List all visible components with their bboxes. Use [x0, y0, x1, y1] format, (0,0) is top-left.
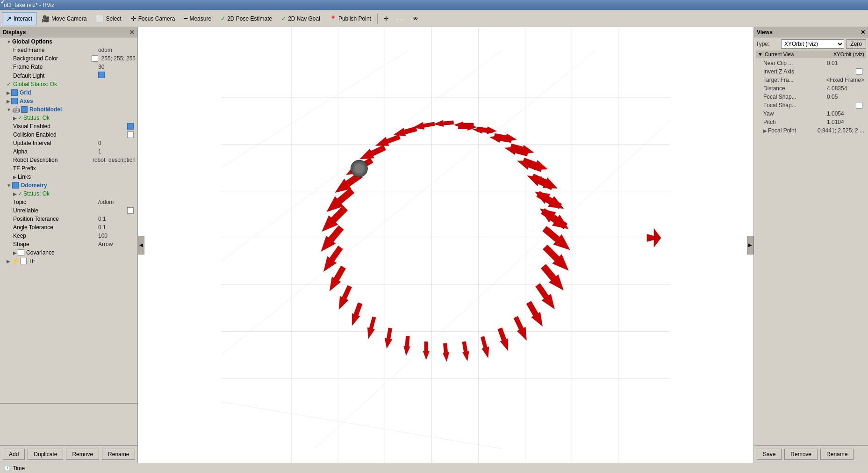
position-tolerance-row[interactable]: Position Tolerance 0.1 — [0, 215, 137, 223]
unreliable-checkbox[interactable] — [127, 207, 134, 214]
expand-arrow-links: ▶ — [13, 175, 17, 180]
svg-rect-58 — [443, 343, 448, 353]
odometry-row[interactable]: ▼ Odometry — [0, 181, 137, 189]
views-zero-button[interactable]: Zero — [846, 39, 866, 49]
expand-arrow-robot-status: ▶ — [13, 116, 17, 121]
remove-display-button[interactable]: Remove — [66, 449, 99, 460]
odometry-checkbox[interactable] — [12, 182, 19, 189]
views-save-button[interactable]: Save — [757, 449, 782, 460]
focal-shape2-row[interactable]: Focal Shap... — [756, 101, 866, 109]
measure-button[interactable]: ━ Measure — [180, 12, 215, 25]
select-icon: ⬜ — [96, 15, 104, 22]
tf-prefix-row[interactable]: TF Prefix — [0, 164, 137, 173]
expand-arrow-robot: ▼ — [7, 107, 11, 112]
axes-checkbox[interactable] — [11, 98, 18, 104]
collapse-left-handle[interactable]: ◀ — [138, 236, 144, 255]
angle-tolerance-row[interactable]: Angle Tolerance 0.1 — [0, 223, 137, 232]
robotmodel-checkbox[interactable] — [21, 106, 28, 113]
views-section-current[interactable]: ▼ Current View XYOrbit (rviz) — [756, 51, 866, 58]
tf-row[interactable]: ▶ ⚡ TF — [0, 257, 137, 265]
visual-enabled-checkbox[interactable] — [127, 123, 134, 130]
covariance-checkbox[interactable] — [18, 249, 24, 256]
frame-rate-row[interactable]: Frame Rate 30 — [0, 63, 137, 71]
move-camera-icon: 🎥 — [42, 15, 50, 22]
move-camera-button[interactable]: 🎥 Move Camera — [37, 12, 91, 25]
views-type-select[interactable]: XYOrbit (rviz) — [781, 39, 844, 49]
collapse-right-handle[interactable]: ▶ — [747, 236, 753, 255]
default-light-checkbox[interactable] — [98, 72, 105, 78]
fixed-frame-row[interactable]: Fixed Frame odom — [0, 46, 137, 54]
default-light-row[interactable]: Default Light — [0, 71, 137, 80]
displays-title: Displays — [3, 29, 26, 36]
minus-button[interactable]: — — [394, 12, 408, 25]
collision-enabled-checkbox[interactable] — [127, 131, 134, 138]
shape-row[interactable]: Shape Arrow — [0, 240, 137, 248]
views-header: Views ✕ — [754, 27, 868, 37]
grid-checkbox[interactable] — [11, 89, 18, 96]
right-panel: Views ✕ Type: XYOrbit (rviz) Zero ▼ Curr… — [753, 27, 868, 463]
near-clip-row[interactable]: Near Clip ... 0.01 — [756, 59, 866, 67]
unreliable-row[interactable]: Unreliable — [0, 206, 137, 215]
interact-button[interactable]: ↗ Interact — [2, 12, 36, 25]
covariance-row[interactable]: ▶ Covariance — [0, 248, 137, 257]
left-panel: Displays ✕ ▼ Global Options Fixed Frame … — [0, 27, 138, 463]
pose-estimate-icon: ✓ — [221, 15, 225, 22]
svg-rect-0 — [221, 27, 670, 463]
alpha-row[interactable]: Alpha 1 — [0, 147, 137, 156]
pose-estimate-button[interactable]: ✓ 2D Pose Estimate — [216, 12, 276, 25]
publish-point-icon: 📍 — [330, 15, 337, 22]
odom-topic-row[interactable]: Topic /odom — [0, 198, 137, 206]
focal-shape1-row[interactable]: Focal Shap... 0.05 — [756, 93, 866, 101]
select-button[interactable]: ⬜ Select — [92, 12, 125, 25]
robotmodel-row[interactable]: ▼ 🤖 RobotModel — [0, 105, 137, 114]
tf-checkbox[interactable] — [20, 258, 27, 264]
measure-icon: ━ — [184, 15, 187, 22]
robot-status-row[interactable]: ▶ ✓ Status: Ok — [0, 114, 137, 122]
crosshair-button[interactable]: ✛ — [380, 12, 393, 25]
axes-row[interactable]: ▶ Axes — [0, 97, 137, 105]
displays-header: Displays ✕ — [0, 27, 137, 37]
links-row[interactable]: ▶ Links — [0, 173, 137, 181]
background-color-swatch[interactable] — [92, 55, 98, 62]
invert-z-row[interactable]: Invert Z Axis — [756, 67, 866, 76]
statusbar: 🕐 Time — [0, 463, 868, 473]
global-options-row[interactable]: ▼ Global Options — [0, 37, 137, 46]
update-interval-row[interactable]: Update Interval 0 — [0, 139, 137, 147]
pitch-row[interactable]: Pitch 1.0104 — [756, 118, 866, 126]
expand-arrow-tf: ▶ — [7, 259, 10, 264]
background-color-row[interactable]: Background Color 255; 255; 255 — [0, 54, 137, 63]
views-close-icon[interactable]: ✕ — [861, 29, 865, 36]
focal-shape2-checkbox[interactable] — [856, 102, 862, 109]
viewport[interactable]: ◀ ▶ — [138, 27, 753, 463]
eye-button[interactable]: 👁 — [409, 12, 423, 25]
svg-point-113 — [354, 164, 364, 173]
views-content: Type: XYOrbit (rviz) Zero ▼ Current View… — [754, 37, 868, 445]
yaw-row[interactable]: Yaw 1.0054 — [756, 109, 866, 118]
grid-row[interactable]: ▶ Grid — [0, 88, 137, 97]
publish-point-button[interactable]: 📍 Publish Point — [325, 12, 375, 25]
nav-goal-button[interactable]: ✓ 2D Nav Goal — [277, 12, 324, 25]
svg-rect-60 — [424, 342, 428, 351]
odometry-status-row[interactable]: ▶ ✓ Status: Ok — [0, 189, 137, 198]
interact-icon: ↗ — [6, 15, 12, 22]
expand-arrow-current-view: ▼ — [758, 51, 763, 57]
duplicate-button[interactable]: Duplicate — [28, 449, 63, 460]
add-button[interactable]: Add — [3, 449, 25, 460]
visual-enabled-row[interactable]: Visual Enabled — [0, 122, 137, 131]
focal-point-row[interactable]: ▶ Focal Point 0.9441; 2.525; 2.... — [756, 126, 866, 135]
robot-desc-row[interactable]: Robot Description robot_description — [0, 156, 137, 164]
crosshair-icon: ✛ — [384, 15, 388, 22]
focus-camera-button[interactable]: ✛ Focus Camera — [127, 12, 179, 25]
status-time-label: Time — [13, 465, 25, 472]
displays-close-button[interactable]: ✕ — [129, 29, 135, 36]
views-remove-button[interactable]: Remove — [784, 449, 818, 460]
rename-display-button[interactable]: Rename — [102, 449, 135, 460]
views-rename-button[interactable]: Rename — [820, 449, 854, 460]
distance-row[interactable]: Distance 4.08354 — [756, 84, 866, 93]
invert-z-checkbox[interactable] — [856, 68, 862, 75]
collision-enabled-row[interactable]: Collision Enabled — [0, 131, 137, 139]
global-status-row[interactable]: ✓ Global Status: Ok — [0, 80, 137, 88]
3d-viewport-canvas[interactable] — [138, 27, 753, 463]
keep-row[interactable]: Keep 100 — [0, 232, 137, 240]
target-frame-row[interactable]: Target Fra... <Fixed Frame> — [756, 76, 866, 84]
